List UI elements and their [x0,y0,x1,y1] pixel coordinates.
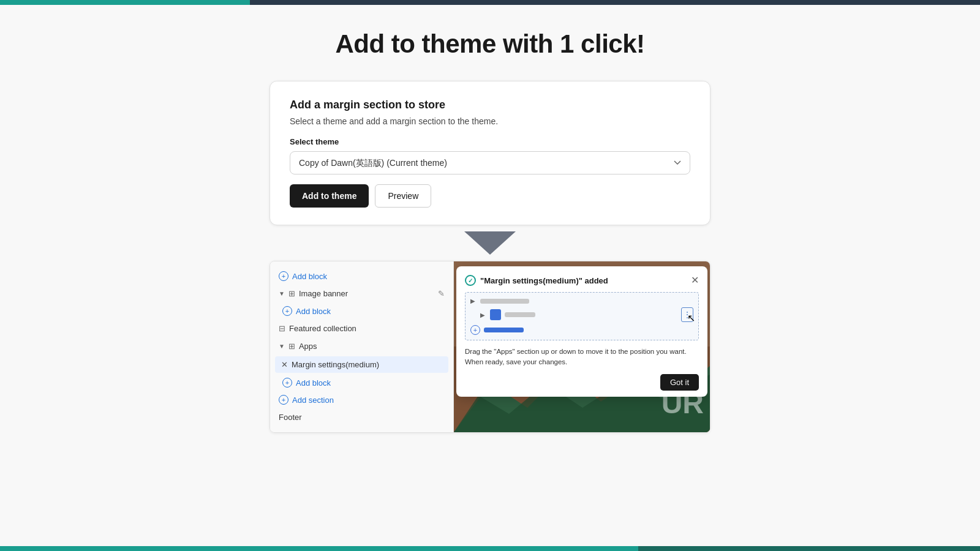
select-theme-label: Select theme [290,137,690,146]
button-row: Add to theme Preview [290,184,690,208]
chevron-down-icon: ▼ [279,290,285,297]
add-to-theme-button[interactable]: Add to theme [290,184,369,208]
sidebar-add-block-apps[interactable]: Add block [270,374,453,391]
mini-plus-icon [470,325,480,335]
bottom-section: Add block ▼ ⊞ Image banner ✎ Add block ⊟… [270,261,710,433]
mini-gray-bar-2 [505,312,535,317]
mini-chevron-right: ▶ [470,298,477,304]
got-it-button[interactable]: Got it [660,374,699,391]
main-title: Add to theme with 1 click! [335,29,644,59]
sidebar-featured-collection[interactable]: ⊟ Featured collection [270,320,453,337]
popup-header: "Margin settings(medium)" added ✕ [465,275,699,286]
sidebar-add-block-top[interactable]: Add block [270,268,453,285]
sidebar-footer: Footer [270,408,453,426]
plus-circle-icon-3 [282,378,292,388]
mini-blue-square [490,309,501,320]
grid-icon-2: ⊟ [279,324,285,333]
add-section-card: Add a margin section to store Select a t… [270,81,710,225]
mini-theme-preview: ▶ ▶ ↖ [465,292,699,340]
grid-icon-3: ⊞ [288,342,295,351]
card-subtitle: Select a theme and add a margin section … [290,116,690,126]
mini-row-2: ▶ ↖ [470,307,693,322]
plus-circle-icon-2 [282,306,292,316]
mini-row-1: ▶ [470,298,693,304]
cursor-icon: ↖ [687,312,695,324]
popup-close-button[interactable]: ✕ [691,276,699,285]
mini-drag-handle[interactable]: ↖ [681,307,693,322]
chevron-down-icon-2: ▼ [279,343,285,350]
check-circle-icon [465,275,476,286]
popup-title-text: "Margin settings(medium)" added [480,276,608,285]
top-bar-dark [250,0,980,5]
sidebar-add-block-image-banner[interactable]: Add block [270,302,453,320]
arrow-down-icon [464,231,516,255]
popup-description: Drag the "Apps" section up or down to mo… [465,347,699,368]
theme-select[interactable]: Copy of Dawn(英語版) (Current theme) [290,151,690,174]
x-icon: ✕ [281,360,288,369]
sidebar-apps[interactable]: ▼ ⊞ Apps [270,337,453,355]
mini-chevron-right-2: ▶ [480,312,486,318]
mini-gray-bar-1 [480,299,529,304]
preview-button[interactable]: Preview [375,184,431,208]
plus-circle-icon [279,271,288,281]
mini-add-row [470,325,693,335]
grid-icon: ⊞ [288,289,295,298]
arrow-container [464,231,516,255]
edit-icon: ✎ [438,289,445,298]
notification-popup: "Margin settings(medium)" added ✕ ▶ ▶ [456,266,707,397]
sidebar-image-banner[interactable]: ▼ ⊞ Image banner ✎ [270,285,453,302]
sidebar-margin-settings[interactable]: ✕ Margin settings(medium) [275,356,448,373]
sidebar-add-section[interactable]: Add section [270,391,453,408]
popup-title-row: "Margin settings(medium)" added [465,275,608,286]
card-title: Add a margin section to store [290,99,690,111]
popup-footer: Got it [465,374,699,391]
plus-circle-icon-4 [279,395,288,405]
bottom-bar-right [638,546,980,551]
sidebar-panel: Add block ▼ ⊞ Image banner ✎ Add block ⊟… [270,261,454,432]
page-content: Add to theme with 1 click! Add a margin … [0,5,980,546]
preview-panel: UR "Margin settings(medium)" added ✕ ▶ [454,261,710,432]
bottom-bar-left [0,546,638,551]
mini-blue-bar [484,328,524,332]
